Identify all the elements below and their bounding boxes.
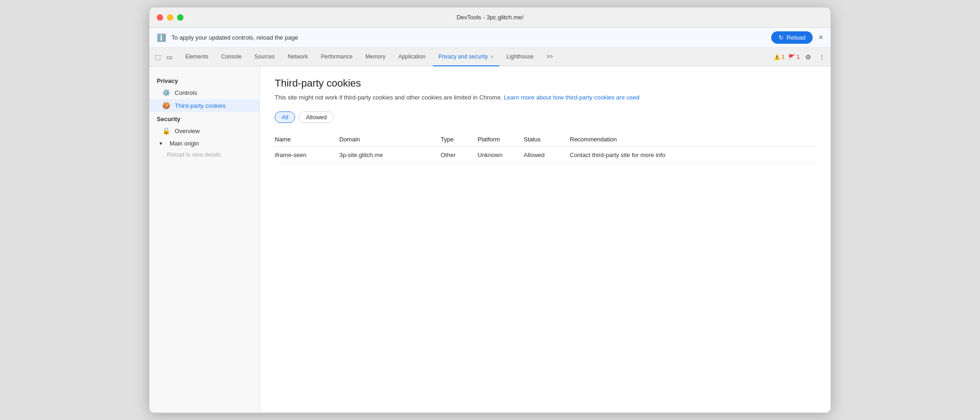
- more-options-icon[interactable]: ⋮: [817, 52, 827, 63]
- tab-network[interactable]: Network: [282, 48, 313, 66]
- sidebar-item-main-origin[interactable]: ▼ Main origin: [149, 137, 260, 150]
- notification-bar: ℹ️ To apply your updated controls, reloa…: [149, 28, 831, 48]
- page-title: Third-party cookies: [275, 77, 816, 89]
- tab-lighthouse[interactable]: Lighthouse: [501, 48, 539, 66]
- page-description: This site might not work if third-party …: [275, 93, 816, 102]
- cell-recommendation: Contact third-party site for more info: [570, 146, 816, 163]
- notification-text: To apply your updated controls, reload t…: [171, 34, 766, 41]
- toolbar: ⬚ ▭ Elements Console Sources Network Per…: [149, 48, 831, 66]
- lock-icon: 🔒: [162, 127, 170, 134]
- reload-label: Reload: [786, 34, 805, 41]
- sidebar-section-privacy: Privacy: [149, 74, 260, 86]
- tab-close-icon[interactable]: ×: [490, 54, 493, 59]
- learn-more-link[interactable]: Learn more about how third-party cookies…: [504, 94, 639, 101]
- col-header-name: Name: [275, 132, 339, 147]
- tab-privacy[interactable]: Privacy and security ×: [433, 48, 499, 66]
- col-header-type: Type: [441, 132, 478, 147]
- gear-icon: ⚙️: [162, 89, 170, 96]
- sidebar-label-controls: Controls: [175, 89, 197, 96]
- filter-tabs: All Allowed: [275, 111, 816, 123]
- filter-tab-all[interactable]: All: [275, 111, 295, 123]
- sidebar-item-third-party-cookies[interactable]: 🍪 Third-party cookies: [149, 99, 260, 112]
- main-content: Privacy ⚙️ Controls 🍪 Third-party cookie…: [149, 66, 831, 413]
- warning-badge[interactable]: ⚠️ 1: [773, 54, 785, 60]
- cell-type: Other: [441, 146, 478, 163]
- sidebar-label-main-origin: Main origin: [170, 140, 199, 147]
- content-area: Third-party cookies This site might not …: [260, 66, 831, 413]
- reload-icon: ↻: [779, 34, 784, 41]
- tab-console[interactable]: Console: [216, 48, 247, 66]
- tab-application[interactable]: Application: [393, 48, 431, 66]
- window-title: DevTools - 3pc.glitch.me/: [456, 14, 523, 21]
- settings-icon[interactable]: ⚙: [803, 52, 813, 63]
- flag-badge[interactable]: 🚩 1: [788, 54, 800, 60]
- sidebar-section-security: Security: [149, 112, 260, 124]
- devtools-window: DevTools - 3pc.glitch.me/ ℹ️ To apply yo…: [149, 7, 831, 413]
- col-header-platform: Platform: [478, 132, 524, 147]
- cookies-table: Name Domain Type Platform Status Recomme…: [275, 132, 816, 163]
- traffic-lights: [157, 14, 183, 21]
- cell-domain: 3p-site.glitch.me: [339, 146, 441, 163]
- info-icon: ℹ️: [157, 33, 166, 42]
- cookie-icon: 🍪: [162, 102, 170, 109]
- tab-elements[interactable]: Elements: [180, 48, 214, 66]
- toolbar-right: ⚠️ 1 🚩 1 ⚙ ⋮: [773, 52, 827, 63]
- filter-tab-allowed[interactable]: Allowed: [299, 111, 334, 123]
- sidebar-label-overview: Overview: [175, 128, 200, 134]
- select-element-icon[interactable]: ⬚: [153, 52, 163, 63]
- cell-status: Allowed: [524, 146, 570, 163]
- minimize-button[interactable]: [167, 14, 173, 21]
- col-header-domain: Domain: [339, 132, 441, 147]
- tab-memory[interactable]: Memory: [360, 48, 391, 66]
- flag-count: 1: [797, 54, 800, 60]
- sidebar-label-third-party: Third-party cookies: [175, 102, 226, 109]
- sidebar-item-controls[interactable]: ⚙️ Controls: [149, 86, 260, 99]
- col-header-status: Status: [524, 132, 570, 147]
- tab-more[interactable]: >>: [541, 48, 558, 66]
- cell-name: iframe-seen: [275, 146, 339, 163]
- chevron-down-icon: ▼: [159, 141, 163, 146]
- titlebar: DevTools - 3pc.glitch.me/: [149, 7, 831, 28]
- cell-platform: Unknown: [478, 146, 524, 163]
- sidebar: Privacy ⚙️ Controls 🍪 Third-party cookie…: [149, 66, 260, 413]
- reload-button[interactable]: ↻ Reload: [771, 31, 813, 44]
- table-row[interactable]: iframe-seen 3p-site.glitch.me Other Unkn…: [275, 146, 816, 163]
- flag-icon: 🚩: [788, 54, 795, 60]
- tab-sources[interactable]: Sources: [249, 48, 280, 66]
- maximize-button[interactable]: [177, 14, 183, 21]
- table-header-row: Name Domain Type Platform Status Recomme…: [275, 132, 816, 147]
- sidebar-item-reload-detail: Reload to view details: [149, 150, 260, 160]
- warning-count: 1: [782, 54, 785, 60]
- notification-close-button[interactable]: ×: [818, 33, 823, 42]
- tab-performance[interactable]: Performance: [315, 48, 358, 66]
- toolbar-icons: ⬚ ▭: [153, 52, 174, 63]
- close-button[interactable]: [157, 14, 163, 21]
- warning-icon: ⚠️: [773, 54, 780, 60]
- sidebar-item-overview[interactable]: 🔒 Overview: [149, 124, 260, 137]
- col-header-recommendation: Recommendation: [570, 132, 816, 147]
- device-mode-icon[interactable]: ▭: [165, 52, 174, 63]
